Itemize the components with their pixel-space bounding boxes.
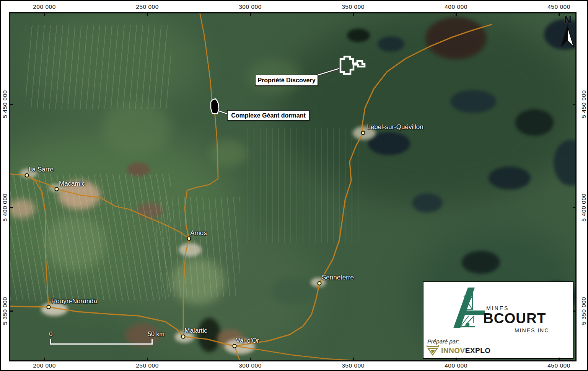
- city-label-senneterre: Senneterre: [322, 274, 354, 281]
- grid-tick: [250, 13, 251, 16]
- scale-distance-label: 50 km: [148, 331, 165, 338]
- y-axis-label-left: 5 400 000: [2, 193, 8, 221]
- x-axis-label-top: 400 000: [445, 3, 467, 10]
- prepared-by-label: Préparé par:: [427, 338, 459, 345]
- grid-tick: [10, 104, 13, 105]
- city-marker-macamic: [55, 187, 59, 191]
- map-canvas: La Sarre Macamic Amos Lebel-sur-Quévillo…: [9, 12, 577, 361]
- city-marker-val-dor: [233, 344, 237, 348]
- x-axis-label-top: 250 000: [136, 3, 159, 10]
- scale-bar: [50, 339, 153, 345]
- x-axis-label-bottom: 200 000: [33, 362, 56, 369]
- city-label-val-dor: Val-d'Or: [236, 337, 259, 345]
- callout-discovery-property: Propriété Discovery: [255, 75, 318, 86]
- road-lasarre-rouyn: [27, 175, 49, 307]
- y-axis-label-right: 5 350 000: [580, 297, 587, 325]
- city-label-macamic: Macamic: [59, 180, 85, 188]
- x-axis-label-top: 350 000: [342, 3, 365, 10]
- x-axis-label-bottom: 450 000: [547, 362, 570, 369]
- road-valdor-east: [235, 346, 364, 360]
- grid-tick: [353, 13, 354, 16]
- x-axis-label-bottom: 400 000: [445, 362, 467, 369]
- grid-tick: [250, 358, 251, 360]
- abcourt-headframe-logo-icon: [451, 288, 485, 328]
- map-sheet: La Sarre Macamic Amos Lebel-sur-Quévillo…: [0, 0, 588, 371]
- y-axis-label-right: 5 400 000: [580, 193, 587, 221]
- logo-text-mines-inc: MINES INC.: [515, 327, 551, 333]
- x-axis-label-top: 200 000: [33, 3, 56, 10]
- city-marker-senneterre: [318, 281, 322, 286]
- innovexplo-logo-icon: [427, 345, 439, 356]
- y-axis-label-right: 5 450 000: [580, 90, 587, 118]
- grid-tick: [44, 13, 45, 16]
- city-marker-rouyn-noranda: [47, 305, 51, 309]
- grid-tick: [456, 358, 457, 360]
- x-axis-label-bottom: 350 000: [342, 362, 365, 369]
- logo-text-abcourt: BCOURT: [483, 311, 546, 327]
- y-axis-label-left: 5 350 000: [2, 297, 8, 325]
- grid-tick: [559, 13, 560, 16]
- x-axis-label-bottom: 300 000: [239, 362, 262, 369]
- credits-box: MINES BCOURT MINES INC. Préparé par: INN…: [423, 281, 573, 359]
- city-label-malartic: Malartic: [184, 327, 207, 335]
- grid-tick: [44, 358, 45, 360]
- city-marker-amos: [187, 237, 191, 241]
- scale-zero-label: 0: [49, 331, 53, 338]
- preparer-name: INNOVEXPLO: [441, 346, 491, 355]
- grid-tick: [559, 358, 560, 360]
- city-label-la-sarre: La Sarre: [28, 166, 53, 173]
- grid-tick: [573, 207, 575, 208]
- callout-geant-dormant: Complexe Géant dormant: [227, 110, 309, 121]
- city-marker-lebel-sur-quevillon: [361, 131, 365, 135]
- grid-tick: [147, 358, 148, 360]
- geant-dormant-property: [211, 99, 219, 114]
- grid-tick: [10, 207, 13, 208]
- preparer-name-innov: INNOV: [441, 346, 465, 355]
- grid-tick: [456, 13, 457, 16]
- discovery-property-outline: [340, 57, 365, 74]
- road-valdor-south: [235, 346, 240, 360]
- preparer-name-explo: EXPLO: [465, 346, 491, 355]
- road-109-north: [183, 13, 218, 337]
- y-axis-label-left: 5 450 000: [2, 90, 8, 118]
- grid-tick: [147, 13, 148, 16]
- city-marker-malartic: [181, 335, 186, 339]
- city-label-amos: Amos: [190, 229, 207, 237]
- city-marker-la-sarre: [25, 173, 29, 178]
- x-axis-label-top: 450 000: [547, 3, 570, 10]
- north-arrow-icon: [560, 25, 575, 48]
- grid-tick: [353, 358, 354, 360]
- city-label-lebel-sur-quevillon: Lebel-sur-Quévillon: [367, 123, 423, 131]
- grid-tick: [573, 311, 575, 312]
- x-axis-label-top: 300 000: [239, 3, 262, 10]
- north-label: N: [564, 14, 572, 26]
- city-label-rouyn-noranda: Rouyn-Noranda: [51, 297, 97, 305]
- grid-tick: [10, 311, 13, 312]
- grid-tick: [573, 104, 575, 105]
- x-axis-label-bottom: 250 000: [136, 362, 159, 369]
